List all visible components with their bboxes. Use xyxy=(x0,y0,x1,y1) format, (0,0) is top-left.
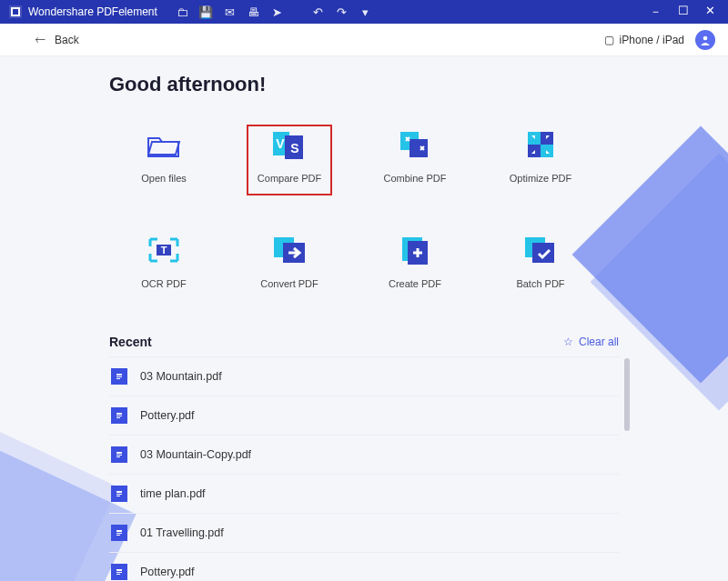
tile-combine-pdf[interactable]: Combine PDF xyxy=(373,125,457,193)
tile-convert-pdf[interactable]: Convert PDF xyxy=(248,231,331,298)
mail-icon[interactable]: ✉ xyxy=(223,5,237,19)
svg-rect-23 xyxy=(116,376,122,377)
vs-icon: VS xyxy=(270,125,308,164)
recent-item[interactable]: time plan.pdf xyxy=(109,474,619,513)
folder-icon[interactable]: 🗀 xyxy=(176,5,189,19)
titlebar: Wondershare PDFelement 🗀 💾 ✉ 🖶 ➤ ↶ ↷ ▾ －… xyxy=(0,0,728,24)
batch-icon xyxy=(521,231,560,269)
svg-rect-35 xyxy=(116,494,122,495)
app-title: Wondershare PDFelement xyxy=(28,5,157,18)
app-logo-icon xyxy=(9,5,22,18)
svg-rect-42 xyxy=(116,569,122,571)
svg-rect-36 xyxy=(116,496,120,496)
pdf-file-icon xyxy=(111,525,127,541)
tile-label: Optimize PDF xyxy=(510,173,571,184)
pdf-file-icon xyxy=(111,564,127,580)
pdf-file-icon xyxy=(111,486,127,502)
svg-rect-28 xyxy=(116,417,120,418)
pdf-file-icon xyxy=(111,407,127,424)
svg-rect-27 xyxy=(116,416,122,416)
save-icon[interactable]: 💾 xyxy=(199,5,213,19)
svg-rect-34 xyxy=(116,491,122,493)
tile-open-files[interactable]: Open files xyxy=(122,125,206,193)
scrollbar[interactable] xyxy=(624,358,630,431)
svg-text:T: T xyxy=(161,245,167,255)
minimize-button[interactable]: － xyxy=(650,4,662,20)
svg-rect-40 xyxy=(116,535,120,536)
page-title: Good afternoon! xyxy=(109,73,619,96)
recent-item[interactable]: Pottery.pdf xyxy=(109,552,619,581)
svg-rect-44 xyxy=(116,574,120,575)
tile-label: Convert PDF xyxy=(260,278,318,289)
toolbar: 🡐 Back ▢ iPhone / iPad xyxy=(0,24,728,56)
tile-label: Compare PDF xyxy=(258,173,321,184)
svg-point-3 xyxy=(703,35,708,40)
back-label: Back xyxy=(55,34,79,46)
svg-rect-38 xyxy=(116,530,122,532)
recent-item[interactable]: 03 Mountain.pdf xyxy=(109,356,619,396)
folder-open-icon xyxy=(145,125,183,164)
device-label: iPhone / iPad xyxy=(620,34,684,46)
close-button[interactable]: ✕ xyxy=(705,4,715,20)
recent-item[interactable]: 03 Mountain-Copy.pdf xyxy=(109,435,619,474)
tile-label: OCR PDF xyxy=(141,278,187,289)
arrow-left-icon: 🡐 xyxy=(35,34,46,46)
tile-label: Open files xyxy=(141,173,187,184)
redo-icon[interactable]: ↷ xyxy=(335,5,349,19)
svg-rect-22 xyxy=(116,374,122,376)
recent-file-name: 01 Travelling.pdf xyxy=(140,526,224,539)
svg-rect-32 xyxy=(116,456,120,457)
window-controls: － ☐ ✕ xyxy=(650,4,728,20)
recent-item[interactable]: Pottery.pdf xyxy=(109,396,619,435)
ocr-icon: T xyxy=(145,231,183,269)
quick-access-toolbar: 🗀 💾 ✉ 🖶 ➤ ↶ ↷ ▾ xyxy=(176,5,372,19)
pdf-file-icon xyxy=(111,368,127,385)
recent-item[interactable]: 01 Travelling.pdf xyxy=(109,513,619,552)
svg-rect-31 xyxy=(116,455,122,456)
recent-file-name: Pottery.pdf xyxy=(140,566,195,578)
send-icon[interactable]: ➤ xyxy=(270,5,284,19)
tile-label: Create PDF xyxy=(389,278,441,289)
tile-create-pdf[interactable]: Create PDF xyxy=(373,231,457,298)
svg-rect-26 xyxy=(116,413,122,415)
recent-list: 03 Mountain.pdfPottery.pdf03 Mountain-Co… xyxy=(109,356,619,581)
recent-file-name: Pottery.pdf xyxy=(140,409,195,422)
back-button[interactable]: 🡐 Back xyxy=(35,34,79,46)
svg-rect-39 xyxy=(116,533,122,534)
svg-text:V: V xyxy=(276,136,285,151)
tile-compare-pdf[interactable]: VSCompare PDF xyxy=(248,125,331,195)
tile-batch-pdf[interactable]: Batch PDF xyxy=(499,231,582,298)
svg-rect-9 xyxy=(410,139,428,157)
recent-header: Recent ☆ Clear all xyxy=(109,335,619,349)
print-icon[interactable]: 🖶 xyxy=(247,5,260,19)
pdf-file-icon xyxy=(111,446,127,463)
recent-file-name: time plan.pdf xyxy=(140,487,206,500)
svg-rect-24 xyxy=(116,378,120,379)
create-icon xyxy=(396,231,434,269)
avatar[interactable] xyxy=(695,30,715,50)
undo-icon[interactable]: ↶ xyxy=(311,5,325,19)
svg-rect-30 xyxy=(116,452,122,454)
clear-all-label: Clear all xyxy=(579,336,619,348)
tile-label: Combine PDF xyxy=(383,173,446,184)
optimize-icon xyxy=(521,125,560,164)
more-icon[interactable]: ▾ xyxy=(359,5,372,19)
svg-rect-20 xyxy=(532,243,554,263)
clear-all-button[interactable]: ☆ Clear all xyxy=(563,336,619,348)
content-area: Good afternoon! Open filesVSCompare PDFC… xyxy=(0,56,728,581)
recent-file-name: 03 Mountain.pdf xyxy=(140,370,222,383)
phone-icon: ▢ xyxy=(604,34,614,46)
svg-rect-43 xyxy=(116,572,122,573)
svg-text:S: S xyxy=(290,141,298,155)
tile-optimize-pdf[interactable]: Optimize PDF xyxy=(499,125,582,193)
recent-title: Recent xyxy=(109,335,152,349)
tile-ocr-pdf[interactable]: TOCR PDF xyxy=(122,231,206,298)
combine-icon xyxy=(396,125,434,164)
maximize-button[interactable]: ☐ xyxy=(678,4,689,20)
svg-rect-2 xyxy=(13,9,18,15)
convert-icon xyxy=(270,231,308,269)
device-link[interactable]: ▢ iPhone / iPad xyxy=(604,34,684,46)
trash-icon: ☆ xyxy=(563,336,573,348)
recent-file-name: 03 Mountain-Copy.pdf xyxy=(140,448,251,461)
tile-label: Batch PDF xyxy=(516,278,564,289)
